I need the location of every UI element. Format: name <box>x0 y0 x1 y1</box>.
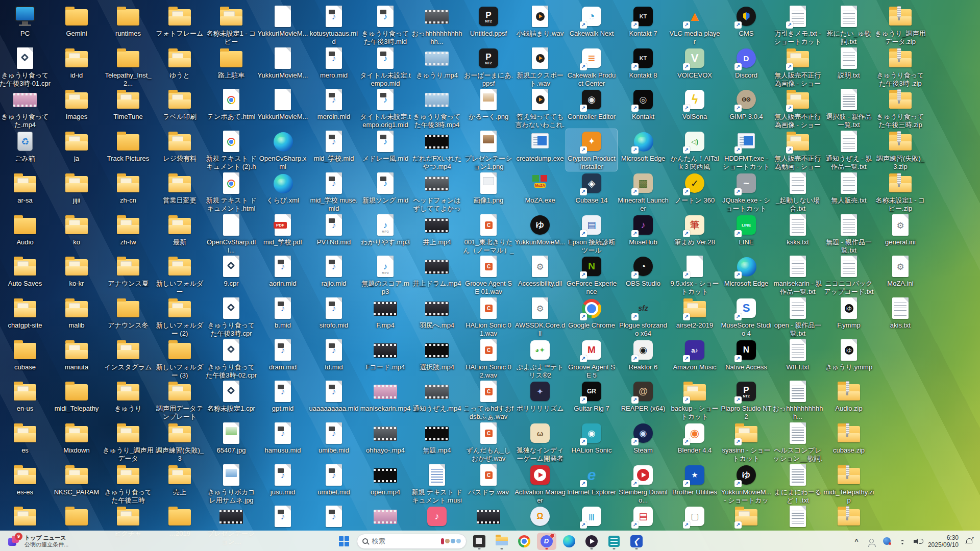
desktop-icon[interactable]: 調声練習(失敗)_3.zip <box>875 129 926 171</box>
desktop-icon[interactable]: ar-sa <box>0 171 51 205</box>
desktop-icon[interactable]: きゅうり食ってた午後3時 .zip <box>875 46 926 88</box>
desktop-icon[interactable]: ▢↗ <box>669 504 720 530</box>
desktop-icon[interactable]: ko <box>51 213 102 246</box>
desktop-icon[interactable]: S↗MuseScore Studio 4 <box>721 296 772 338</box>
desktop-icon[interactable]: 新規エクスポート.wav <box>514 46 566 88</box>
desktop-icon[interactable]: ↗airset2-2019 <box>669 296 720 330</box>
desktop-icon[interactable]: GR↗Guitar Rig 7 <box>566 379 617 413</box>
desktop-icon[interactable]: ♪umibet.mid <box>308 463 359 496</box>
desktop-icon[interactable]: ko-kr <box>51 254 102 288</box>
desktop-icon[interactable]: ↗万引きメモ.txt - ショートカット <box>772 4 823 46</box>
desktop-icon[interactable]: 選択肢.mp4 <box>411 338 462 371</box>
desktop-icon[interactable]: ω孤独なインディーゲーム開発者の一生 ... <box>514 421 566 463</box>
desktop-icon[interactable]: 新規 テキスト ドキュメント.html <box>206 171 257 213</box>
desktop-icon[interactable]: ▲↗VLC media player <box>669 4 720 46</box>
desktop-icon[interactable]: ◔↗OBS Studio <box>618 254 669 288</box>
desktop-icon[interactable]: ▤↗ <box>618 504 669 530</box>
desktop-icon[interactable]: Gemini <box>51 4 102 38</box>
desktop-icon[interactable]: CHALion Sonic 02.wav <box>463 338 514 380</box>
desktop-icon[interactable]: CHALion Sonic 01.wav <box>463 296 514 338</box>
desktop-icon[interactable]: Track Pictures <box>103 129 154 163</box>
desktop-icon[interactable]: midi_Telepathy.zip <box>823 463 874 505</box>
desktop-icon[interactable]: Mixdown <box>51 421 102 455</box>
desktop-icon[interactable]: ♪ <box>257 504 308 530</box>
desktop-icon[interactable]: LINE↗LINE <box>721 213 772 246</box>
volume-icon[interactable] <box>913 535 923 548</box>
desktop-icon[interactable]: ヘッドフォンはずしててよかっt.mp4 <box>411 171 462 213</box>
desktop-icon[interactable]: ◕✦ぷよぷよ™テトリス®2 <box>514 338 566 380</box>
desktop-icon[interactable]: D↗Discord <box>721 46 772 80</box>
desktop-icon[interactable] <box>51 504 102 530</box>
desktop-icon[interactable]: 死にたい_ゅ歌詞.txt <box>823 4 874 46</box>
desktop-icon[interactable]: 説明.txt <box>823 46 874 80</box>
desktop-icon[interactable]: es <box>0 421 51 455</box>
desktop-icon[interactable]: ◉↗Reaktor 6 <box>618 338 669 371</box>
desktop-icon[interactable]: _起動しない場合.txt <box>772 171 823 213</box>
desktop-icon[interactable]: ▤↗Epson 接続診断ツール <box>566 213 617 255</box>
desktop-icon[interactable]: ↗CMS <box>721 4 772 38</box>
notification-bell-icon[interactable]: z <box>964 535 974 548</box>
desktop-icon[interactable]: ♪タイトル未設定.tempo.orig1.mid <box>360 87 411 129</box>
desktop-icon[interactable]: ♪新規ソング.mid <box>360 171 411 205</box>
desktop-icon[interactable]: 65407.jpg <box>206 421 257 455</box>
desktop-icon[interactable]: 無題.mp4 <box>411 421 462 455</box>
desktop-icon[interactable]: ⚙AWSSDK.Core.dll <box>514 296 566 338</box>
desktop-icon[interactable]: ksks.txt <box>772 213 823 246</box>
desktop-icon[interactable]: ゆ↗YukkuriMovieM... - ショートカット <box>721 463 772 505</box>
desktop-icon[interactable]: プレゼンテーション1.png <box>463 129 514 171</box>
desktop-icon[interactable]: ♪タイトル未設定.tempo.mid <box>360 46 411 88</box>
desktop-icon[interactable]: ♪dram.mid <box>257 338 308 371</box>
desktop-icon[interactable]: zh-cn <box>103 171 154 205</box>
desktop-icon[interactable]: CGroove Agent SE 01.wav <box>463 254 514 296</box>
desktop-icon[interactable]: ◔↗Cakewalk Next <box>566 4 617 38</box>
desktop-icon[interactable]: ♪sirofo.mid <box>308 296 359 330</box>
desktop-icon[interactable]: ◉↗Steam <box>618 421 669 455</box>
desktop-icon[interactable]: ♪MP3無題のスコア.mp3 <box>360 254 411 296</box>
desktop-icon[interactable]: 調声練習(失敗)_3 <box>154 421 205 463</box>
desktop-icon[interactable]: Images <box>51 87 102 121</box>
desktop-icon[interactable]: きゅうり食ってた午後三時 <box>103 463 154 505</box>
desktop-icon[interactable]: maniuta <box>51 338 102 371</box>
desktop-icon[interactable]: en-us <box>0 379 51 413</box>
desktop-icon[interactable]: 路上駐車 <box>206 46 257 80</box>
desktop-icon[interactable]: ゆF.ymmp <box>823 296 874 330</box>
desktop-icon[interactable]: WIFI.txt <box>772 338 823 371</box>
tray-app-icon[interactable] <box>882 535 892 548</box>
desktop-icon[interactable]: TimeTune <box>103 87 154 121</box>
desktop-icon[interactable]: 通知うぜえ - 親作品一覧.txt <box>823 129 874 171</box>
desktop-icon[interactable]: ◈↗Cubase 14 <box>566 171 617 205</box>
desktop-icon[interactable]: ohhayo-.mp4 <box>360 421 411 455</box>
desktop-icon[interactable]: 調声用データテンプレート <box>154 379 205 421</box>
desktop-icon[interactable]: 9.cpr <box>206 254 257 288</box>
accessibility-icon[interactable] <box>867 535 877 548</box>
desktop-icon[interactable]: ♪メドレー風.mid <box>360 129 411 163</box>
desktop-icon[interactable]: 新しいフォルダー <box>154 254 205 296</box>
taskbar-app-media-player[interactable] <box>582 533 601 550</box>
desktop-icon[interactable]: ♪uaaaaaaaaa.mid <box>308 379 359 413</box>
desktop-icon[interactable]: id-id <box>51 46 102 80</box>
desktop-icon[interactable]: 名称未設定1 - コピー <box>206 4 257 46</box>
desktop-icon[interactable]: ✦ポリリリリズム <box>514 379 566 413</box>
desktop[interactable]: PCきゅうり食ってた午後3時-01.cprきゅうり食ってた.mp4♻ごみ箱ar-… <box>0 0 980 551</box>
desktop-icon[interactable] <box>463 504 514 530</box>
desktop-icon[interactable]: きゅうり食ってた午後3時-01.cpr <box>0 46 51 88</box>
desktop-icon[interactable]: KT↗Kontakt 8 <box>618 46 669 80</box>
desktop-icon[interactable]: cubase <box>0 338 51 371</box>
start-button[interactable] <box>334 533 354 550</box>
desktop-icon[interactable]: フォトフレーム <box>154 4 205 38</box>
desktop-icon[interactable]: malib <box>51 296 102 330</box>
desktop-icon[interactable]: 筆↗筆まめ Ver.28 <box>669 213 720 246</box>
desktop-icon[interactable]: ✦↗Crypton Product Installer <box>566 129 617 171</box>
desktop-icon[interactable]: createdump.exe <box>514 129 566 163</box>
desktop-icon[interactable]: 最新 <box>154 213 205 246</box>
desktop-icon[interactable] <box>360 504 411 530</box>
desktop-icon[interactable]: まにまにわーるど！.txt <box>772 463 823 505</box>
desktop-icon[interactable]: ♪td.mid <box>308 338 359 371</box>
desktop-icon[interactable]: きゅうり食ってた午後3時.cpr <box>206 296 257 338</box>
desktop-icon[interactable]: きゅうり.mp4 <box>411 46 462 80</box>
desktop-icon[interactable]: e↗Internet Explorer <box>566 463 617 496</box>
desktop-icon[interactable]: ♪PVTNd.mid <box>308 213 359 246</box>
desktop-icon[interactable]: ~↗JQuake.exe - ショートカット <box>721 171 772 213</box>
desktop-icon[interactable]: くらび.xml <box>257 171 308 205</box>
desktop-icon[interactable]: Audio.zip <box>823 379 874 413</box>
